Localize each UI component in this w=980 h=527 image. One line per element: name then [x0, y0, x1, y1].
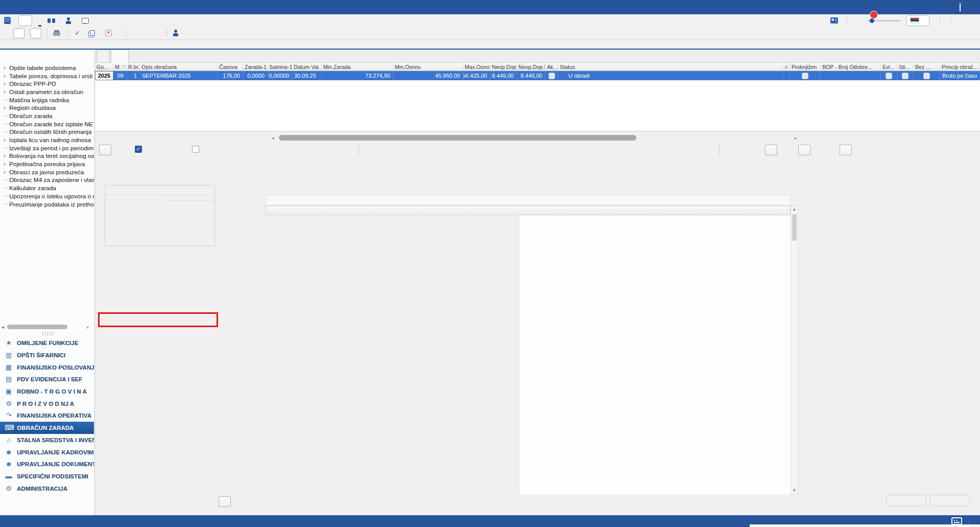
- grid-column-header[interactable]: Sti...: [897, 63, 914, 71]
- tree-expander-icon[interactable]: ›: [4, 169, 9, 176]
- theme-slider[interactable]: [867, 20, 901, 21]
- grid-cell[interactable]: 2025: [95, 71, 113, 80]
- interaktivno-checkbox[interactable]: [192, 146, 199, 153]
- sidebar-tree-item[interactable]: Upozorenja o isteku ugovora o r: [0, 192, 94, 200]
- scroll-up-icon[interactable]: ▲: [791, 207, 798, 212]
- grid-cell[interactable]: 176,00: [218, 71, 243, 80]
- grid-column-header[interactable]: Status: [558, 63, 783, 71]
- date-to-field[interactable]: [30, 28, 41, 38]
- sidebar-section-specifi-ni-podsistemi[interactable]: ▬SPECIFIČNI PODSISTEMI: [0, 470, 94, 483]
- sidebar-section-p-r-o-i-z-v-o-d-nj-a[interactable]: ⚙P R O I Z V O D NJ A: [0, 397, 94, 409]
- grid-column-header[interactable]: Časova: [218, 63, 243, 71]
- sidebar-section-administracija[interactable]: ⚙ADMINISTRACIJA: [0, 482, 94, 494]
- sidebar-tree-item[interactable]: Obračun ostalih ličnih primanja: [0, 128, 94, 136]
- filter-icon[interactable]: ▽: [122, 64, 125, 69]
- sidebar-tree-item[interactable]: ›Tabele poreza, doprinosa i vrsti: [0, 72, 94, 80]
- sidebar-tree-item[interactable]: ›Isplata licu van radnog odnosa: [0, 136, 94, 144]
- grid-selected-row[interactable]: 2025091SEPTEMBAR 2025176,000,00000,00000…: [95, 71, 980, 80]
- scroll-down-icon[interactable]: ▼: [791, 488, 798, 493]
- grid-cell[interactable]: U obradi: [558, 71, 783, 80]
- column-chooser-icon[interactable]: ≡: [784, 64, 787, 70]
- grid-column-header[interactable]: Max.Osnov.: [463, 63, 490, 71]
- sidebar-section-omiljene-funkcije[interactable]: ★OMILJENE FUNKCIJE: [0, 337, 94, 349]
- scroll-left-icon[interactable]: ◂: [2, 325, 7, 330]
- prikazi-arhivu-button[interactable]: [798, 145, 810, 155]
- year-selector[interactable]: [18, 15, 32, 26]
- grid-column-header[interactable]: M.▽: [113, 63, 127, 71]
- grid-column-header[interactable]: Zarada-1: [243, 63, 268, 71]
- date-from-field[interactable]: [13, 28, 25, 38]
- tree-expander-icon[interactable]: ›: [4, 88, 9, 96]
- grid-column-header[interactable]: R.br.: [127, 63, 140, 71]
- sidebar-tree-item[interactable]: Obrazac M4 za zaposlene i vlasn: [0, 176, 94, 185]
- grid-column-header[interactable]: Datum Val.: [292, 63, 322, 71]
- tree-expander-icon[interactable]: ›: [4, 73, 9, 80]
- grid-cell[interactable]: [545, 71, 558, 80]
- grid-cell[interactable]: [821, 71, 881, 80]
- f6-novi-button[interactable]: [99, 145, 111, 155]
- sidebar-section-robno-t-r-g-o-v-i-n-a[interactable]: ▣ROBNO - T R G O V I N A: [0, 385, 94, 398]
- language-selector[interactable]: [906, 15, 929, 26]
- sidebar-section-stalna-sredstva-i-inventar[interactable]: ⌂STALNA SREDSTVA I INVENTAR: [0, 434, 94, 446]
- sidebar-tree-item[interactable]: Preuzimanje podataka iz prethod: [0, 200, 94, 209]
- grid-column-header[interactable]: BOP - Broj Odobre...: [821, 63, 881, 71]
- splitter-handle[interactable]: [41, 332, 54, 336]
- grid-cell[interactable]: 8.449,00: [490, 71, 517, 80]
- sidebar-scrollbar[interactable]: ◂ ▸: [2, 324, 92, 330]
- sidebar-tree-item[interactable]: Izveštaji za period i po periodim: [0, 144, 94, 152]
- grid-cell[interactable]: 73.274,90: [322, 71, 393, 80]
- filter-bar[interactable]: [266, 195, 791, 205]
- grid-cell[interactable]: 1: [127, 71, 140, 80]
- sidebar-section-finansijsko-poslovanje[interactable]: ▦FINANSIJSKO POSLOVANJE: [0, 361, 94, 373]
- grid-cell[interactable]: 0,0000: [243, 71, 268, 80]
- f2-izmene-toggle[interactable]: [135, 146, 146, 153]
- tree-expander-icon[interactable]: ›: [4, 104, 9, 111]
- grid-column-header[interactable]: Bez ...: [914, 63, 940, 71]
- grid-cell[interactable]: 09: [113, 71, 127, 80]
- grid-cell[interactable]: [790, 71, 821, 80]
- scrollbar-thumb[interactable]: [792, 214, 797, 241]
- odustani-button[interactable]: [886, 495, 926, 506]
- scroll-left-icon[interactable]: ◂: [272, 135, 274, 141]
- grid-cell[interactable]: Bruto po času: [940, 71, 980, 80]
- sidebar-section-upravljanje-dokumentima[interactable]: ☻UPRAVLJANJE DOKUMENTIMA: [0, 458, 94, 470]
- menu-item-pomocnik[interactable]: [82, 14, 95, 27]
- scroll-right-icon[interactable]: ▸: [795, 135, 797, 141]
- doc-tab-obracun-zarada[interactable]: [111, 50, 129, 63]
- grid-column-header[interactable]: Proknjižen: [790, 63, 821, 71]
- grid-cell[interactable]: [897, 71, 914, 80]
- tree-expander-icon[interactable]: ›: [4, 64, 9, 72]
- grid-cell[interactable]: 8.449,00: [517, 71, 545, 80]
- sidebar-section-op-ti-ifarnici[interactable]: ▥OPŠTI ŠIFARNICI: [0, 349, 94, 361]
- grid-column-header[interactable]: Princip obrač...: [940, 63, 980, 71]
- sidebar-section-finansijska-operativa[interactable]: ↷FINANSIJSKA OPERATIVA: [0, 409, 94, 422]
- row-checkbox[interactable]: [923, 73, 930, 79]
- tree-expander-icon[interactable]: ›: [4, 152, 9, 159]
- sidebar-section-obra-un-zarada[interactable]: ⌨OBRAČUN ZARADA: [0, 422, 94, 434]
- tree-expander-icon[interactable]: ›: [4, 161, 9, 168]
- grid-column-header[interactable]: Opis obračuna: [140, 63, 218, 71]
- menu-item-moj-vodic[interactable]: [66, 14, 74, 27]
- kontakt-button[interactable]: [830, 14, 841, 27]
- grid-cell[interactable]: [914, 71, 940, 80]
- tree-expander-icon[interactable]: ›: [4, 136, 9, 144]
- grid-column-header[interactable]: ≡: [783, 63, 790, 71]
- sidebar-section-pdv-evidencija-i-sef[interactable]: ▤PDV EVIDENCIJA I SEF: [0, 373, 94, 385]
- sidebar-tree-item[interactable]: Matična knjiga radnika: [0, 96, 94, 104]
- grid-cell[interactable]: [783, 71, 790, 80]
- sidebar-tree-item[interactable]: ›Bolovanja na teret socijalnog osi: [0, 152, 94, 161]
- arhiviraj-obracun-button[interactable]: [840, 145, 852, 155]
- keyboard-icon[interactable]: [951, 517, 962, 525]
- sidebar-tree-item[interactable]: ›Ostali parametri za obračun: [0, 88, 94, 96]
- grid-cell[interactable]: 30.09.25: [292, 71, 322, 80]
- interaktivno-toggle[interactable]: [192, 146, 203, 153]
- sidebar-tree-item[interactable]: Kalkulator zarada: [0, 184, 94, 192]
- grid-column-header[interactable]: Neop.Dop.P.: [517, 63, 545, 71]
- doc-tab-biznisoft[interactable]: [97, 50, 110, 62]
- sidebar-tree-item[interactable]: ›Opšte tabele podsistema: [0, 64, 94, 72]
- grid-column-header[interactable]: Min.Zarada: [322, 63, 393, 71]
- restore-button[interactable]: [960, 4, 961, 11]
- ok-upisi-button[interactable]: [930, 495, 970, 506]
- grid-cell[interactable]: [881, 71, 897, 80]
- sidebar-section-upravljanje-kadrovima[interactable]: ☻UPRAVLJANJE KADROVIMA: [0, 446, 94, 458]
